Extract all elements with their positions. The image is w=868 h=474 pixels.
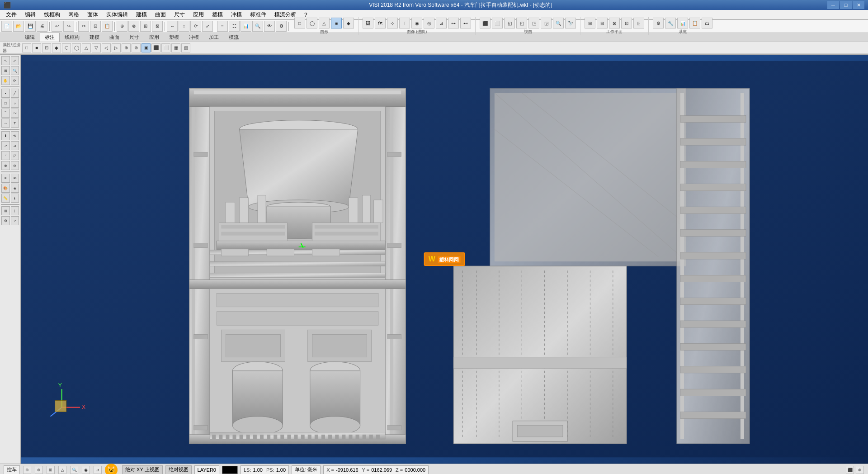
tb-btn-10[interactable]: ↕ (179, 21, 189, 32)
lt-snap-grid[interactable]: ⊞ (1, 206, 10, 215)
shape-btn-4[interactable]: ■ (331, 18, 342, 28)
lt-rotate[interactable]: ⤢ (11, 56, 19, 65)
img-adv-btn-5[interactable]: ◉ (411, 18, 422, 28)
st-btn-8[interactable]: ▽ (92, 43, 101, 52)
undo-button[interactable]: ↩ (52, 21, 62, 32)
redo-button[interactable]: ↪ (63, 21, 74, 32)
st-btn-5[interactable]: ⬡ (62, 43, 71, 52)
lt-text[interactable]: T (11, 118, 19, 128)
view-btn-6[interactable]: ◲ (541, 18, 552, 28)
save-button[interactable]: 💾 (25, 21, 36, 32)
lt-extrude[interactable]: ⬆ (1, 131, 10, 140)
system-btn-3[interactable]: 📊 (677, 18, 688, 28)
st-btn-14[interactable]: ⬛ (151, 43, 160, 52)
lt-point[interactable]: • (1, 89, 10, 98)
img-adv-btn-1[interactable]: 🖼 (363, 18, 373, 28)
tb-btn-8[interactable]: ⊠ (152, 21, 163, 32)
workplane-btn-5[interactable]: ⌹ (633, 18, 644, 28)
img-adv-btn-9[interactable]: ⊷ (460, 18, 471, 28)
lt-select[interactable]: ↖ (1, 56, 10, 65)
ribbon-tab-modeling[interactable]: 建模 (85, 33, 104, 42)
lt-zoom-fit[interactable]: ⊞ (1, 66, 10, 75)
tb-btn-5[interactable]: ⊕ (117, 21, 127, 32)
st-btn-4[interactable]: ◆ (52, 43, 61, 52)
st-btn-1[interactable]: □ (22, 43, 31, 52)
lt-boolean-sub[interactable]: ⊖ (11, 161, 19, 170)
ribbon-tab-wire[interactable]: 线框构 (60, 33, 85, 42)
workplane-btn-4[interactable]: ⊡ (621, 18, 632, 28)
menu-surface[interactable]: 面体 (83, 9, 102, 20)
menu-edit[interactable]: 编辑 (21, 9, 40, 20)
st-btn-12[interactable]: ⊗ (132, 43, 141, 52)
workplane-btn-3[interactable]: ⊠ (609, 18, 620, 28)
view-btn-2[interactable]: ⬜ (492, 18, 503, 28)
lt-loft[interactable]: ⊿ (11, 141, 19, 150)
lt-chamfer[interactable]: ◸ (11, 151, 19, 160)
lt-orbit[interactable]: ⟳ (11, 76, 19, 85)
shape-btn-1[interactable]: □ (294, 18, 305, 28)
st-btn-13[interactable]: ▣ (142, 43, 151, 52)
view-btn-5[interactable]: ◳ (528, 18, 539, 28)
lt-revolve[interactable]: ⟲ (11, 131, 19, 140)
tb-btn-18[interactable]: ⚙ (276, 21, 287, 32)
menu-solid-edit[interactable]: 实体编辑 (102, 9, 132, 20)
viewport[interactable]: X Y W 塑料网网 (21, 55, 868, 464)
st-btn-2[interactable]: ■ (32, 43, 41, 52)
workplane-btn-1[interactable]: ⊞ (585, 18, 595, 28)
ribbon-tab-edit[interactable]: 编辑 (20, 33, 40, 42)
ribbon-tab-dim[interactable]: 尺寸 (124, 33, 144, 42)
lt-boolean-add[interactable]: ⊕ (1, 161, 10, 170)
system-btn-2[interactable]: 🔧 (665, 18, 676, 28)
tb-btn-17[interactable]: 👁 (264, 21, 275, 32)
shape-btn-5[interactable]: ◆ (343, 18, 354, 28)
img-adv-btn-6[interactable]: ◎ (424, 18, 434, 28)
img-adv-btn-2[interactable]: 🗺 (375, 18, 386, 28)
img-adv-btn-3[interactable]: ⊹ (387, 18, 398, 28)
lt-snap-pt[interactable]: ⊹ (11, 206, 19, 215)
tb-btn-15[interactable]: 📊 (241, 21, 251, 32)
status-btn-1[interactable]: ⊕ (23, 466, 31, 474)
st-btn-11[interactable]: ⊕ (122, 43, 131, 52)
status-btn-7[interactable]: ⊿ (94, 466, 102, 474)
st-btn-17[interactable]: ▧ (181, 43, 190, 52)
ribbon-tab-mold[interactable]: 塑模 (164, 33, 184, 42)
paste-button[interactable]: 📋 (102, 21, 113, 32)
lt-spline[interactable]: 〜 (11, 109, 19, 118)
lt-layer[interactable]: ≡ (1, 174, 10, 183)
lt-pan[interactable]: ✋ (1, 76, 10, 85)
system-btn-4[interactable]: 📋 (689, 18, 700, 28)
img-adv-btn-4[interactable]: ⊺ (399, 18, 410, 28)
menu-curve[interactable]: 曲面 (151, 9, 170, 20)
status-btn-3[interactable]: ⊞ (47, 466, 55, 474)
menu-mesh[interactable]: 网格 (64, 9, 83, 20)
workplane-btn-2[interactable]: ⊟ (597, 18, 608, 28)
view-btn-8[interactable]: 🔭 (565, 18, 576, 28)
menu-apply[interactable]: 应用 (189, 9, 208, 20)
view-btn-7[interactable]: 🔍 (553, 18, 564, 28)
shape-btn-3[interactable]: △ (319, 18, 330, 28)
tb-btn-13[interactable]: ≡ (217, 21, 228, 32)
lt-color[interactable]: 🎨 (1, 184, 10, 193)
menu-mold[interactable]: 塑模 (208, 9, 227, 20)
ribbon-tab-flow[interactable]: 模流 (224, 33, 244, 42)
ribbon-tab-stamp[interactable]: 冲模 (184, 33, 204, 42)
tb-btn-14[interactable]: ☷ (229, 21, 240, 32)
img-adv-btn-7[interactable]: ⊿ (436, 18, 447, 28)
lt-circle[interactable]: ○ (11, 99, 19, 108)
st-btn-7[interactable]: △ (82, 43, 91, 52)
menu-modeling[interactable]: 建模 (132, 9, 151, 20)
lt-hide[interactable]: 👁 (11, 174, 19, 183)
view-btn-4[interactable]: ◰ (516, 18, 527, 28)
st-btn-6[interactable]: ◯ (72, 43, 81, 52)
lt-measure[interactable]: 📏 (1, 194, 10, 203)
st-btn-3[interactable]: ⊡ (42, 43, 51, 52)
st-btn-10[interactable]: ▷ (112, 43, 121, 52)
status-right-btn-1[interactable]: ⬛ (846, 466, 854, 474)
system-btn-1[interactable]: ⚙ (653, 18, 664, 28)
lt-material[interactable]: ◈ (11, 184, 19, 193)
status-btn-2[interactable]: ⊗ (35, 466, 43, 474)
st-btn-15[interactable]: ⬜ (161, 43, 170, 52)
lt-fillet[interactable]: ◜ (1, 151, 10, 160)
print-button[interactable]: 🖨 (37, 21, 47, 32)
view-btn-1[interactable]: ⬛ (480, 18, 491, 28)
